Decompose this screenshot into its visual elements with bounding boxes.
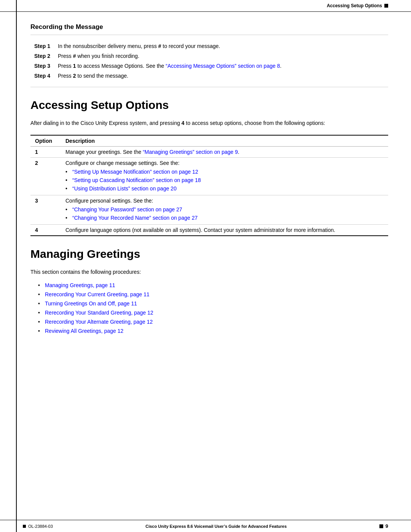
step-4-content: Press 2 to send the message.	[54, 71, 388, 81]
managing-greetings-description: This section contains the following proc…	[30, 268, 388, 276]
option-row-4: 4 Configure language options (not availa…	[30, 225, 388, 236]
managing-greetings-heading: Managing Greetings	[30, 248, 388, 260]
step-2-row: Step 2 Press # when you finish recording…	[30, 51, 388, 61]
option-3-description: Configure personal settings. See the: “C…	[61, 195, 388, 225]
option-2-bullets: “Setting Up Message Notification” sectio…	[65, 168, 384, 193]
page-header: Accessing Setup Options	[0, 0, 411, 12]
option-3-bullets: “Changing Your Password” section on page…	[65, 205, 384, 222]
option-3-bullet-2: “Changing Your Recorded Name” section on…	[65, 214, 384, 222]
option-row-1: 1 Manage your greetings. See the “Managi…	[30, 147, 388, 158]
footer-left: OL-23884-03	[23, 524, 53, 529]
col-description-header: Description	[61, 135, 388, 147]
page: Accessing Setup Options Recording the Me…	[0, 0, 411, 532]
option-2-bullet-1: “Setting Up Message Notification” sectio…	[65, 168, 384, 176]
changing-password-link[interactable]: “Changing Your Password” section on page…	[72, 206, 182, 212]
managing-greetings-link[interactable]: “Managing Greetings” section on page 9	[143, 149, 238, 155]
footer-left-square-icon	[23, 525, 26, 528]
option-2-value: 2	[30, 158, 61, 195]
managing-greetings-section: Managing Greetings This section contains…	[30, 248, 388, 335]
left-border-line	[16, 0, 17, 532]
option-3-value: 3	[30, 195, 61, 225]
option-1-description: Manage your greetings. See the “Managing…	[61, 147, 388, 158]
footer-center: Cisco Unity Express 8.6 Voicemail User’s…	[145, 524, 287, 529]
page-footer: OL-23884-03 Cisco Unity Express 8.6 Voic…	[0, 520, 411, 532]
footer-right-square-icon	[379, 524, 383, 528]
step-3-label: Step 3	[30, 61, 54, 71]
footer-right: 9	[379, 523, 388, 529]
main-content: Recording the Message Step 1 In the nons…	[0, 12, 411, 366]
accessing-setup-description: After dialing in to the Cisco Unity Expr…	[30, 119, 388, 127]
step-1-label: Step 1	[30, 41, 54, 51]
step-4-row: Step 4 Press 2 to send the message.	[30, 71, 388, 81]
mg-link-item-5: Rerecording Your Alternate Greeting, pag…	[38, 317, 388, 326]
options-table: Option Description 1 Manage your greetin…	[30, 135, 388, 236]
mg-link-item-2: Rerecording Your Current Greeting, page …	[38, 290, 388, 299]
mg-link-1[interactable]: Managing Greetings, page 11	[45, 282, 115, 288]
distribution-lists-link[interactable]: “Using Distribution Lists” section on pa…	[72, 185, 177, 192]
divider-bottom	[30, 87, 388, 87]
option-3-bullet-1: “Changing Your Password” section on page…	[65, 205, 384, 214]
step-2-content: Press # when you finish recording.	[54, 51, 388, 61]
recording-section: Recording the Message Step 1 In the nons…	[30, 23, 388, 87]
mg-link-5[interactable]: Rerecording Your Alternate Greeting, pag…	[45, 319, 153, 325]
managing-greetings-link-list: Managing Greetings, page 11 Rerecording …	[38, 281, 388, 335]
steps-table: Step 1 In the nonsubscriber delivery men…	[30, 41, 388, 81]
mg-link-item-1: Managing Greetings, page 11	[38, 281, 388, 290]
footer-doc-number: OL-23884-03	[28, 524, 53, 529]
option-row-2: 2 Configure or change message settings. …	[30, 158, 388, 195]
option-4-value: 4	[30, 225, 61, 236]
option-2-description: Configure or change message settings. Se…	[61, 158, 388, 195]
step-4-label: Step 4	[30, 71, 54, 81]
step-3-link[interactable]: “Accessing Message Options” section on p…	[166, 63, 280, 69]
mg-link-item-3: Turning Greetings On and Off, page 11	[38, 299, 388, 308]
divider-top	[30, 35, 388, 35]
option-2-bullet-3: “Using Distribution Lists” section on pa…	[65, 184, 384, 193]
accessing-setup-heading: Accessing Setup Options	[30, 99, 388, 112]
header-title: Accessing Setup Options	[327, 3, 382, 8]
step-3-row: Step 3 Press 1 to access Message Options…	[30, 61, 388, 71]
mg-link-2[interactable]: Rerecording Your Current Greeting, page …	[45, 291, 150, 297]
col-option-header: Option	[30, 135, 61, 147]
step-1-row: Step 1 In the nonsubscriber delivery men…	[30, 41, 388, 51]
mg-link-item-6: Reviewing All Greetings, page 12	[38, 326, 388, 335]
footer-page-number: 9	[386, 523, 388, 529]
header-square-icon	[384, 4, 388, 8]
mg-link-6[interactable]: Reviewing All Greetings, page 12	[45, 328, 123, 334]
option-4-description: Configure language options (not availabl…	[61, 225, 388, 236]
step-2-label: Step 2	[30, 51, 54, 61]
step-1-content: In the nonsubscriber delivery menu, pres…	[54, 41, 388, 51]
mg-link-item-4: Rerecording Your Standard Greeting, page…	[38, 308, 388, 317]
changing-recorded-name-link[interactable]: “Changing Your Recorded Name” section on…	[72, 215, 198, 221]
cascading-notification-link[interactable]: “Setting up Cascading Notification” sect…	[72, 177, 201, 183]
option-2-bullet-2: “Setting up Cascading Notification” sect…	[65, 176, 384, 184]
recording-heading: Recording the Message	[30, 23, 388, 31]
mg-link-4[interactable]: Rerecording Your Standard Greeting, page…	[45, 310, 153, 316]
mg-link-3[interactable]: Turning Greetings On and Off, page 11	[45, 300, 137, 307]
setting-up-notification-link[interactable]: “Setting Up Message Notification” sectio…	[72, 169, 198, 175]
step-3-content: Press 1 to access Message Options. See t…	[54, 61, 388, 71]
options-table-header-row: Option Description	[30, 135, 388, 147]
accessing-setup-section: Accessing Setup Options After dialing in…	[30, 99, 388, 236]
option-row-3: 3 Configure personal settings. See the: …	[30, 195, 388, 225]
option-1-value: 1	[30, 147, 61, 158]
